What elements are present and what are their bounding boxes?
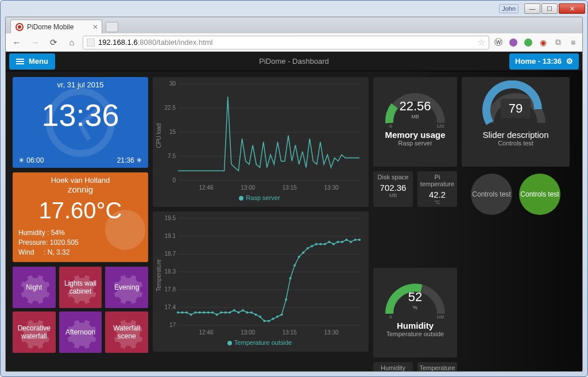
temperature-chart-tile[interactable]: 1717.417.818.318.719.119.512:4613:0013:1… — [153, 211, 369, 352]
forward-button: → — [28, 36, 42, 49]
slider-title: Slider description — [462, 130, 570, 140]
scene-decorative-waterfall[interactable]: Decorative waterfall — [13, 311, 56, 353]
back-button[interactable]: ← — [9, 36, 24, 49]
url-bar[interactable]: 192.168.1.6 :8080/tablet/index.html ☆ — [83, 36, 489, 49]
window-titlebar[interactable]: John — ☐ ✕ — [1, 1, 587, 17]
svg-text:0: 0 — [389, 314, 392, 320]
svg-point-47 — [233, 309, 235, 311]
extension-gray-icon[interactable]: ⧉ — [552, 37, 564, 48]
svg-point-52 — [254, 313, 257, 316]
chrome-tab-close-icon[interactable]: ✕ — [92, 23, 98, 31]
svg-text:17.8: 17.8 — [165, 286, 176, 293]
cpu-chart-tile[interactable]: 07.51522.53012:4613:0013:1513:30CPU load… — [153, 77, 369, 207]
svg-text:7.5: 7.5 — [168, 153, 176, 159]
controls-test-gray-button[interactable]: Controls test — [471, 174, 512, 215]
svg-point-35 — [181, 311, 184, 314]
scene-waterfall-scene[interactable]: Waterfall scene — [105, 311, 148, 353]
svg-text:100: 100 — [436, 314, 444, 320]
svg-point-48 — [237, 311, 239, 314]
svg-point-61 — [293, 264, 296, 267]
controls-test-green-button[interactable]: Controls test — [519, 174, 560, 215]
memory-gauge-tile[interactable]: 0 120 22.56 MB Memory usage Rasp server — [373, 77, 457, 167]
menu-label: Menu — [29, 57, 48, 66]
home-button-browser[interactable]: ⌂ — [64, 36, 79, 49]
home-button[interactable]: Home - 13:36 ⚙ — [509, 53, 579, 70]
memory-gauge-title: Memory usage — [373, 130, 457, 140]
svg-point-43 — [216, 313, 218, 316]
svg-text:0: 0 — [389, 124, 392, 129]
app-header: Menu PiDome - Dashboard Home - 13:36 ⚙ — [6, 52, 582, 71]
column-4: 79 Slider description Controls test Cont… — [462, 77, 570, 371]
reload-button[interactable]: ⟳ — [46, 36, 61, 49]
chrome-toolbar: ← → ⟳ ⌂ 192.168.1.6 :8080/tablet/index.h… — [6, 33, 582, 52]
svg-text:19.1: 19.1 — [165, 233, 176, 239]
svg-point-42 — [211, 311, 214, 314]
svg-text:13:00: 13:00 — [241, 184, 255, 191]
humidity-gauge-subtitle: Temperature outside — [373, 330, 457, 337]
sunrise-time: ☀ 06:00 — [18, 156, 44, 164]
window-minimize-button[interactable]: — — [524, 3, 540, 14]
extension-purple-icon[interactable] — [508, 37, 519, 48]
svg-point-53 — [259, 316, 261, 318]
chrome-menu-icon[interactable]: ≡ — [567, 37, 579, 48]
svg-text:13:00: 13:00 — [241, 329, 255, 336]
page-title: PiDome - Dashboard — [259, 57, 328, 66]
slider-tile[interactable]: 79 Slider description Controls test — [462, 77, 570, 167]
svg-point-63 — [302, 252, 304, 254]
slider-subtitle: Controls test — [462, 140, 570, 147]
scene-evening[interactable]: Evening — [105, 267, 148, 308]
chrome-tab-active[interactable]: PiDome Mobile ✕ — [10, 20, 102, 33]
dashboard-grid: vr, 31 jul 2015 13:36 ☀ 06:00 21:36 ☀ Ho… — [6, 71, 582, 371]
scene-lights-wall-cabinet[interactable]: Lights wall cabinet — [59, 267, 102, 308]
svg-point-57 — [276, 316, 278, 318]
window-close-button[interactable]: ✕ — [559, 3, 585, 14]
column-3: 0 120 22.56 MB Memory usage Rasp server … — [373, 77, 457, 371]
svg-point-45 — [225, 311, 227, 314]
memory-gauge-unit: MB — [373, 114, 457, 120]
window-frame: John — ☐ ✕ PiDome Mobile ✕ ← → ⟳ ⌂ 192.1… — [0, 0, 588, 377]
pi-temperature-tile[interactable]: Pi temperature 42.2 °C — [417, 171, 457, 207]
weather-tile[interactable]: Hoek van Holland zonnig 17.60°C Humidity… — [13, 172, 148, 262]
humidity-status-tile[interactable]: Humidity status Comfort — [373, 362, 413, 371]
clock-tile[interactable]: vr, 31 jul 2015 13:36 ☀ 06:00 21:36 ☀ — [13, 77, 148, 168]
svg-point-39 — [199, 311, 201, 314]
sunset-time: 21:36 ☀ — [117, 156, 142, 164]
site-info-icon[interactable] — [87, 39, 95, 47]
chrome-new-tab-button[interactable] — [106, 22, 118, 32]
svg-point-60 — [289, 277, 292, 279]
svg-text:13:15: 13:15 — [283, 184, 297, 191]
temperature-outside-tile[interactable]: Temperature outside 9 % — [417, 362, 457, 371]
wordpress-extension-icon[interactable]: ⓦ — [493, 37, 504, 48]
svg-text:12:46: 12:46 — [199, 329, 213, 336]
window-maximize-button[interactable]: ☐ — [541, 3, 558, 14]
svg-text:CPU load: CPU load — [156, 124, 162, 148]
sun-icon — [85, 190, 148, 262]
svg-text:18.7: 18.7 — [165, 251, 176, 257]
scene-afternoon[interactable]: Afternoon — [59, 311, 102, 353]
scene-night[interactable]: Night — [13, 267, 56, 308]
svg-text:22.5: 22.5 — [165, 105, 176, 111]
svg-point-65 — [311, 245, 313, 247]
clock-icon — [46, 88, 115, 157]
controls-row: Controls test Controls test — [462, 171, 570, 217]
svg-point-76 — [358, 238, 361, 241]
disk-space-tile[interactable]: Disk space 702.36 MB — [373, 171, 413, 207]
svg-text:15: 15 — [169, 129, 176, 135]
svg-point-55 — [268, 320, 270, 322]
svg-point-70 — [332, 243, 335, 245]
svg-text:19.5: 19.5 — [165, 215, 176, 221]
svg-text:30: 30 — [169, 80, 176, 87]
humidity-gauge-tile[interactable]: 0 100 52 % Humidity Temperature outside — [373, 268, 457, 357]
svg-point-51 — [250, 311, 253, 314]
url-rest: :8080/tablet/index.html — [138, 38, 213, 47]
svg-point-38 — [194, 311, 196, 314]
weather-location: Hoek van Holland — [18, 176, 142, 184]
cpu-chart-legend: Rasp server — [155, 194, 364, 201]
svg-point-49 — [242, 309, 244, 311]
menu-button[interactable]: Menu — [9, 53, 55, 70]
svg-point-71 — [336, 241, 339, 243]
bookmark-star-icon[interactable]: ☆ — [478, 37, 485, 48]
slider-value: 79 — [501, 99, 531, 118]
extension-green-icon[interactable] — [523, 37, 534, 48]
extension-red-icon[interactable]: ◉ — [537, 37, 549, 48]
